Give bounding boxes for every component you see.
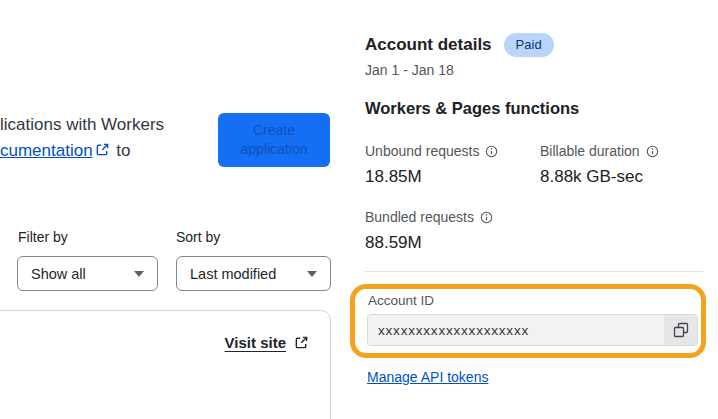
account-details-title: Account details — [365, 35, 492, 55]
stat-label-text: Billable duration — [540, 143, 640, 159]
info-icon[interactable] — [485, 145, 498, 158]
info-icon[interactable] — [480, 211, 493, 224]
visit-site-label: Visit site — [225, 334, 286, 351]
create-button-label-line2: application — [241, 140, 308, 159]
stat-value: 18.85M — [365, 167, 498, 187]
account-id-field-group — [367, 314, 698, 346]
create-application-button[interactable]: Create application — [218, 113, 330, 167]
section-divider — [365, 271, 703, 272]
paid-plan-badge: Paid — [504, 33, 554, 57]
sort-dropdown-value: Last modified — [190, 266, 276, 282]
intro-line1: lications with Workers — [0, 115, 164, 134]
stat-billable-duration: Billable duration 8.88k GB-sec — [540, 143, 659, 187]
info-icon[interactable] — [646, 145, 659, 158]
workers-pages-dashboard: lications with Workers cumentation to Cr… — [0, 0, 718, 419]
functions-section-title: Workers & Pages functions — [365, 99, 579, 118]
stat-unbound-requests: Unbound requests 18.85M — [365, 143, 498, 187]
account-details-header: Account details Paid — [365, 33, 554, 57]
stat-label: Billable duration — [540, 143, 659, 159]
stat-label-text: Bundled requests — [365, 209, 474, 225]
copy-account-id-button[interactable] — [664, 315, 697, 345]
visit-site-link[interactable]: Visit site — [225, 334, 311, 351]
documentation-link[interactable]: cumentation — [0, 141, 93, 160]
intro-after-link: to — [116, 141, 130, 160]
project-card: Visit site — [0, 310, 331, 419]
chevron-down-icon — [307, 271, 317, 277]
filter-dropdown-value: Show all — [31, 266, 86, 282]
stat-value: 8.88k GB-sec — [540, 167, 659, 187]
stat-label: Unbound requests — [365, 143, 498, 159]
external-link-icon — [294, 335, 309, 350]
chevron-down-icon — [134, 271, 144, 277]
filter-by-label: Filter by — [18, 229, 68, 245]
intro-text: lications with Workers cumentation to — [0, 112, 164, 164]
stat-value: 88.59M — [365, 233, 493, 253]
sort-by-label: Sort by — [176, 229, 220, 245]
date-range: Jan 1 - Jan 18 — [365, 62, 454, 78]
create-button-label-line1: Create — [253, 121, 295, 140]
account-id-label: Account ID — [368, 293, 434, 308]
external-link-icon — [95, 142, 110, 157]
filter-dropdown[interactable]: Show all — [17, 256, 158, 291]
sort-dropdown[interactable]: Last modified — [176, 256, 331, 291]
stat-bundled-requests: Bundled requests 88.59M — [365, 209, 493, 253]
manage-api-tokens-link[interactable]: Manage API tokens — [367, 369, 488, 385]
copy-icon — [673, 322, 689, 338]
account-id-input[interactable] — [368, 315, 664, 345]
stat-label-text: Unbound requests — [365, 143, 479, 159]
stat-label: Bundled requests — [365, 209, 493, 225]
